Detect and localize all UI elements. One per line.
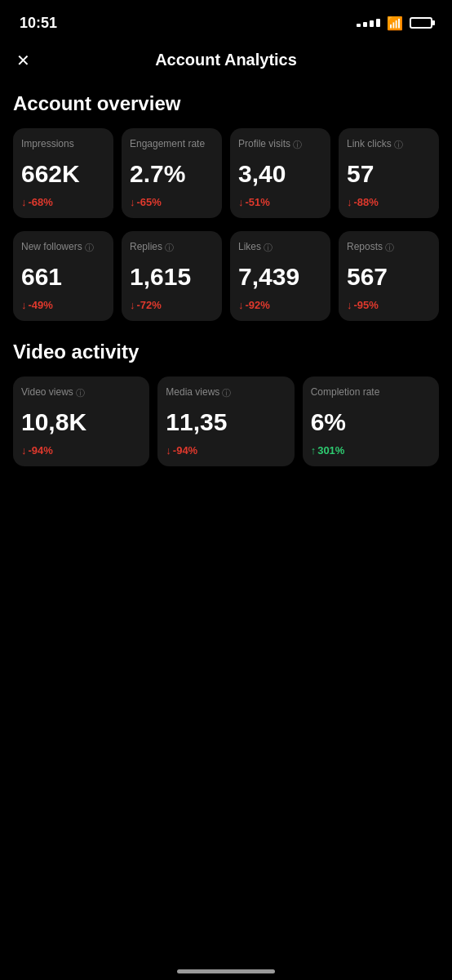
video-activity-title: Video activity	[13, 341, 439, 363]
arrow-down-icon	[21, 444, 27, 457]
metric-card-engagement: Engagement rate 2.7% -65%	[122, 128, 222, 218]
metric-change-impressions: -68%	[21, 196, 105, 208]
video-activity-section: Video activity Video views ⓘ 10,8K -94% …	[13, 341, 439, 466]
arrow-down-icon	[21, 196, 27, 208]
home-indicator	[177, 969, 275, 973]
account-metrics-row1: Impressions 662K -68% Engagement rate 2.…	[13, 128, 439, 218]
info-icon: ⓘ	[222, 387, 231, 399]
metric-label-engagement: Engagement rate	[130, 138, 214, 151]
metric-value-impressions: 662K	[21, 162, 105, 186]
status-icons: 📶	[357, 16, 432, 31]
metric-label-completion-rate: Completion rate	[311, 386, 431, 399]
arrow-down-icon	[238, 196, 244, 208]
arrow-up-icon	[311, 444, 317, 457]
video-metrics-grid: Video views ⓘ 10,8K -94% Media views ⓘ 1…	[13, 376, 439, 466]
metric-card-video-views: Video views ⓘ 10,8K -94%	[13, 376, 149, 466]
info-icon: ⓘ	[76, 387, 85, 399]
metric-label-impressions: Impressions	[21, 138, 105, 151]
arrow-down-icon	[347, 196, 352, 208]
status-time: 10:51	[20, 15, 57, 32]
metric-change-link-clicks: -88%	[347, 196, 431, 208]
metric-label-link-clicks: Link clicks ⓘ	[347, 138, 431, 151]
battery-icon	[410, 17, 432, 29]
wifi-icon: 📶	[387, 16, 403, 31]
info-icon: ⓘ	[85, 242, 94, 253]
metric-label-video-views: Video views ⓘ	[21, 386, 141, 399]
page-title: Account Analytics	[155, 51, 297, 69]
info-icon: ⓘ	[165, 242, 174, 253]
metric-card-media-views: Media views ⓘ 11,35 -94%	[157, 376, 294, 466]
info-icon: ⓘ	[293, 139, 302, 150]
metric-change-completion-rate: 301%	[311, 444, 431, 457]
arrow-down-icon	[130, 196, 135, 208]
metric-card-new-followers: New followers ⓘ 661 -49%	[13, 231, 113, 321]
metric-change-engagement: -65%	[130, 196, 214, 208]
info-icon: ⓘ	[264, 242, 273, 253]
info-icon: ⓘ	[394, 139, 403, 150]
account-overview-section: Account overview Impressions 662K -68% E…	[13, 92, 439, 321]
close-button[interactable]: ✕	[16, 51, 30, 70]
metric-value-link-clicks: 57	[347, 162, 431, 186]
header: ✕ Account Analytics	[0, 41, 452, 79]
metric-card-reposts: Reposts ⓘ 567 -95%	[339, 231, 439, 321]
metric-label-profile-visits: Profile visits ⓘ	[238, 138, 322, 151]
metric-label-likes: Likes ⓘ	[238, 241, 322, 254]
status-bar: 10:51 📶	[0, 0, 452, 41]
arrow-down-icon	[166, 444, 171, 457]
metric-change-profile-visits: -51%	[238, 196, 322, 208]
metric-label-new-followers: New followers ⓘ	[21, 241, 105, 254]
metric-value-reposts: 567	[347, 265, 431, 289]
metric-value-completion-rate: 6%	[311, 410, 431, 434]
metric-label-reposts: Reposts ⓘ	[347, 241, 431, 254]
metric-card-replies: Replies ⓘ 1,615 -72%	[122, 231, 222, 321]
metric-card-link-clicks: Link clicks ⓘ 57 -88%	[339, 128, 439, 218]
info-icon: ⓘ	[385, 242, 394, 253]
arrow-down-icon	[347, 299, 352, 311]
metric-label-media-views: Media views ⓘ	[166, 386, 286, 399]
account-overview-title: Account overview	[13, 92, 439, 115]
metric-label-replies: Replies ⓘ	[130, 241, 214, 254]
arrow-down-icon	[238, 299, 244, 311]
metric-change-video-views: -94%	[21, 444, 141, 457]
metric-value-new-followers: 661	[21, 265, 105, 289]
arrow-down-icon	[130, 299, 135, 311]
main-content: Account overview Impressions 662K -68% E…	[0, 79, 452, 466]
metric-card-likes: Likes ⓘ 7,439 -92%	[230, 231, 330, 321]
signal-icon	[357, 19, 380, 27]
metric-value-replies: 1,615	[130, 265, 214, 289]
metric-value-likes: 7,439	[238, 265, 322, 289]
metric-change-replies: -72%	[130, 299, 214, 311]
metric-value-video-views: 10,8K	[21, 410, 141, 434]
metric-value-media-views: 11,35	[166, 410, 286, 434]
arrow-down-icon	[21, 299, 27, 311]
metric-card-completion-rate: Completion rate 6% 301%	[303, 376, 439, 466]
metric-change-new-followers: -49%	[21, 299, 105, 311]
metric-value-profile-visits: 3,40	[238, 162, 322, 186]
metric-value-engagement: 2.7%	[130, 162, 214, 186]
metric-card-profile-visits: Profile visits ⓘ 3,40 -51%	[230, 128, 330, 218]
metric-change-likes: -92%	[238, 299, 322, 311]
account-metrics-row2: New followers ⓘ 661 -49% Replies ⓘ 1,615…	[13, 231, 439, 321]
metric-change-reposts: -95%	[347, 299, 431, 311]
metric-card-impressions: Impressions 662K -68%	[13, 128, 113, 218]
metric-change-media-views: -94%	[166, 444, 286, 457]
